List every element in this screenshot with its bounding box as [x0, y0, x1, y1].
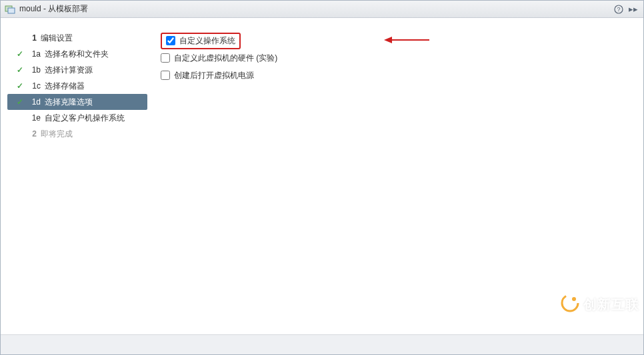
step-1c-select-storage[interactable]: ✓ 1c 选择存储器: [7, 78, 147, 94]
check-icon: ✓: [14, 81, 26, 91]
step-1a-select-name-folder[interactable]: ✓ 1a 选择名称和文件夹: [7, 46, 147, 62]
step-label: 编辑设置: [41, 33, 147, 44]
svg-rect-1: [8, 8, 15, 13]
watermark-text: 创新互联: [583, 296, 639, 314]
step-label: 选择计算资源: [45, 65, 147, 76]
step-1d-select-clone-options[interactable]: ✓ 1d 选择克隆选项: [7, 94, 147, 110]
watermark-logo-icon: [561, 294, 579, 316]
expand-icon[interactable]: ▸▸: [627, 3, 639, 15]
step-label: 选择名称和文件夹: [45, 49, 147, 60]
vm-template-icon: [5, 4, 15, 15]
option-label: 创建后打开虚拟机电源: [174, 70, 254, 81]
help-icon[interactable]: ?: [613, 3, 625, 15]
highlight-annotation: 自定义操作系统: [161, 33, 241, 49]
step-number: 1a: [26, 49, 41, 59]
wizard-body: ✓ 1 编辑设置 ✓ 1a 选择名称和文件夹 ✓ 1b 选择计算资源 ✓ 1c …: [1, 18, 643, 334]
option-row: 创建后打开虚拟机电源: [161, 67, 630, 83]
step-1b-select-compute[interactable]: ✓ 1b 选择计算资源: [7, 62, 147, 78]
customize-os-checkbox[interactable]: [166, 36, 175, 45]
customize-hardware-checkbox[interactable]: [161, 53, 170, 63]
option-row: 自定义此虚拟机的硬件 (实验): [161, 50, 630, 66]
step-number: 1e: [26, 113, 41, 123]
wizard-steps-sidebar: ✓ 1 编辑设置 ✓ 1a 选择名称和文件夹 ✓ 1b 选择计算资源 ✓ 1c …: [1, 18, 147, 334]
check-icon: ✓: [14, 49, 26, 59]
step-1e-customize-guest-os[interactable]: ✓ 1e 自定义客户机操作系统: [7, 110, 147, 126]
svg-marker-5: [384, 37, 392, 43]
step-number: 1: [22, 33, 37, 43]
step-label: 选择克隆选项: [45, 97, 147, 108]
check-icon: ✓: [10, 33, 22, 43]
step-2-ready-to-complete: ✓ 2 即将完成: [7, 126, 147, 142]
step-number: 2: [22, 129, 37, 139]
step-label: 选择存储器: [45, 81, 147, 92]
deploy-wizard-window: mould - 从模板部署 ? ▸▸ ✓ 1 编辑设置 ✓ 1a 选择名称和文件…: [0, 0, 644, 355]
titlebar: mould - 从模板部署 ? ▸▸: [1, 1, 643, 18]
check-icon: ✓: [14, 65, 26, 75]
step-number: 1c: [26, 81, 41, 91]
svg-point-6: [562, 295, 578, 311]
check-icon: ✓: [14, 97, 26, 107]
wizard-content-panel: 自定义操作系统 自定义此虚拟机的硬件 (实验) 创建后打开虚拟机电源: [147, 18, 643, 334]
svg-point-7: [572, 297, 576, 301]
arrow-annotation-icon: [384, 35, 431, 45]
step-number: 1b: [26, 65, 41, 75]
window-title: mould - 从模板部署: [19, 3, 610, 15]
check-icon: ✓: [14, 113, 26, 123]
option-label: 自定义操作系统: [179, 35, 235, 47]
power-on-after-create-checkbox[interactable]: [161, 71, 170, 80]
check-icon: ✓: [10, 129, 22, 139]
watermark: 创新互联: [561, 294, 639, 316]
step-1-edit-settings[interactable]: ✓ 1 编辑设置: [7, 30, 147, 46]
wizard-footer: [1, 334, 643, 354]
option-label: 自定义此虚拟机的硬件 (实验): [174, 53, 277, 64]
step-label: 即将完成: [41, 129, 147, 140]
step-number: 1d: [26, 97, 41, 107]
svg-text:?: ?: [617, 6, 620, 13]
step-label: 自定义客户机操作系统: [45, 113, 147, 124]
